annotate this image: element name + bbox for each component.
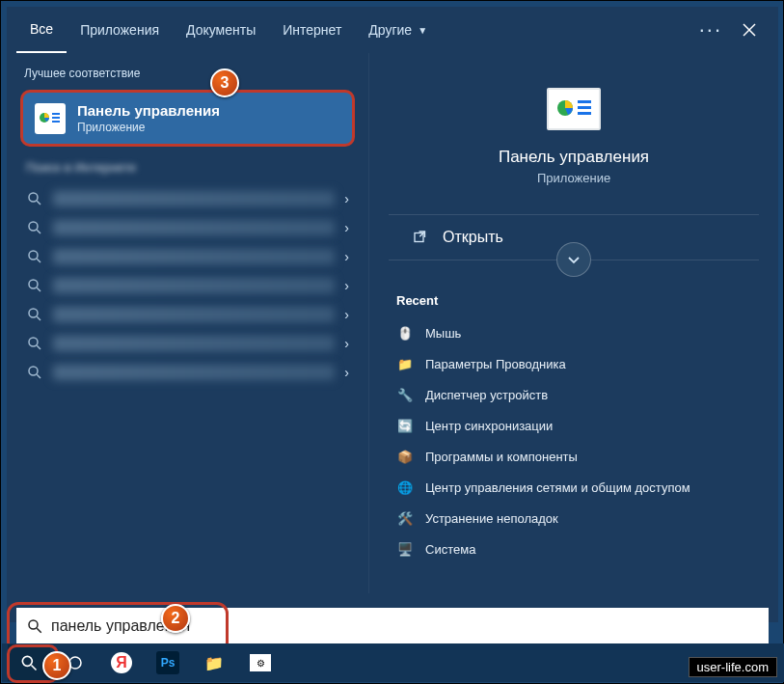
recent-header: Recent (392, 287, 755, 317)
recent-item[interactable]: 🔄Центр синхронизации (392, 410, 755, 441)
svg-point-15 (29, 309, 38, 317)
tab-apps[interactable]: Приложения (67, 7, 173, 53)
suggestion-item[interactable]: › (14, 329, 361, 358)
recent-item[interactable]: 🛠️Устранение неполадок (392, 503, 755, 534)
svg-line-18 (37, 345, 41, 349)
best-match-item[interactable]: Панель управления Приложение (20, 90, 355, 147)
taskbar-app-explorer[interactable]: 📁 (193, 644, 235, 681)
tab-internet[interactable]: Интернет (269, 7, 355, 53)
suggestion-item[interactable]: › (14, 213, 361, 242)
svg-point-11 (29, 251, 38, 260)
watermark: user-life.com (689, 657, 777, 677)
svg-point-27 (29, 620, 38, 629)
window-frame: Все Приложения Документы Интернет Другие… (1, 1, 783, 683)
svg-rect-23 (578, 100, 591, 103)
panel-body: Лучшее соответствие Панель управления Пр… (7, 53, 778, 593)
svg-line-30 (32, 666, 37, 670)
annotation-badge-2: 2 (161, 604, 190, 633)
tab-other[interactable]: Другие▼ (355, 7, 441, 53)
recent-item[interactable]: 📁Параметры Проводника (392, 348, 755, 379)
details-column: Панель управления Приложение Открыть Rec… (368, 53, 778, 593)
folder-icon: 📁 (204, 654, 224, 672)
svg-line-12 (37, 259, 41, 262)
internet-search-header: Поиск в Интернете (14, 150, 361, 184)
mouse-icon: 🖱️ (396, 324, 414, 342)
taskbar: Я Ps 📁 ⚙ (2, 643, 784, 682)
svg-point-19 (29, 367, 38, 375)
recent-item[interactable]: 🌐Центр управления сетями и общим доступо… (392, 472, 755, 503)
open-icon (412, 229, 429, 246)
svg-point-9 (29, 222, 38, 231)
svg-point-7 (29, 193, 38, 202)
search-input[interactable] (51, 617, 759, 635)
details-title: Панель управления (499, 148, 649, 167)
tabs-bar: Все Приложения Документы Интернет Другие… (7, 7, 778, 53)
svg-rect-5 (52, 117, 60, 119)
recent-item[interactable]: 🖱️Мышь (392, 317, 755, 348)
svg-rect-25 (578, 112, 591, 115)
recent-item[interactable]: 🖥️Система (392, 534, 755, 564)
taskbar-app-yandex[interactable]: Я (100, 644, 143, 681)
best-match-title: Панель управления (77, 102, 220, 119)
more-button[interactable]: ··· (691, 17, 730, 42)
hero: Панель управления Приложение (369, 68, 778, 201)
programs-icon: 📦 (396, 448, 414, 465)
search-icon (26, 617, 43, 635)
chevron-down-icon: ▼ (418, 25, 427, 36)
close-button[interactable] (730, 11, 769, 49)
results-column: Лучшее соответствие Панель управления Пр… (7, 53, 368, 593)
open-button[interactable]: Открыть (389, 214, 759, 260)
svg-point-29 (22, 656, 32, 666)
details-subtitle: Приложение (537, 171, 610, 185)
svg-rect-4 (52, 113, 60, 115)
svg-rect-6 (52, 121, 60, 123)
svg-line-28 (37, 628, 41, 633)
suggestion-item[interactable]: › (14, 300, 361, 329)
suggestion-item[interactable]: › (14, 242, 361, 271)
recent-section: Recent 🖱️Мышь 📁Параметры Проводника 🔧Дис… (369, 260, 778, 564)
device-manager-icon: 🔧 (396, 386, 414, 403)
suggestion-item[interactable]: › (14, 358, 361, 387)
control-panel-icon (547, 88, 601, 130)
search-bar[interactable] (16, 608, 769, 644)
tab-documents[interactable]: Документы (173, 7, 269, 53)
control-panel-icon (35, 103, 66, 134)
svg-line-16 (37, 316, 41, 320)
tab-all[interactable]: Все (16, 7, 67, 53)
annotation-badge-3: 3 (210, 68, 239, 97)
sync-center-icon: 🔄 (396, 417, 414, 434)
svg-line-10 (37, 230, 41, 233)
svg-line-14 (37, 287, 41, 291)
suggestion-item[interactable]: › (14, 184, 361, 213)
best-match-header: Лучшее соответствие (14, 61, 361, 86)
expand-button[interactable] (556, 242, 591, 277)
troubleshoot-icon: 🛠️ (396, 509, 414, 527)
folder-options-icon: 📁 (396, 355, 414, 372)
taskbar-app-photoshop[interactable]: Ps (147, 644, 189, 681)
svg-line-8 (37, 201, 41, 205)
recent-item[interactable]: 🔧Диспетчер устройств (392, 379, 755, 410)
search-panel: Все Приложения Документы Интернет Другие… (7, 7, 778, 622)
recent-item[interactable]: 📦Программы и компоненты (392, 441, 755, 472)
annotation-badge-1: 1 (42, 651, 71, 680)
system-icon: 🖥️ (396, 540, 414, 558)
network-icon: 🌐 (396, 479, 414, 496)
svg-rect-24 (578, 106, 591, 109)
svg-line-20 (37, 374, 41, 378)
best-match-subtitle: Приложение (77, 121, 220, 134)
chevron-right-icon: › (344, 191, 349, 206)
taskbar-app-control-panel[interactable]: ⚙ (239, 644, 282, 681)
svg-point-13 (29, 280, 38, 288)
svg-point-17 (29, 338, 38, 346)
suggestion-item[interactable]: › (14, 271, 361, 300)
